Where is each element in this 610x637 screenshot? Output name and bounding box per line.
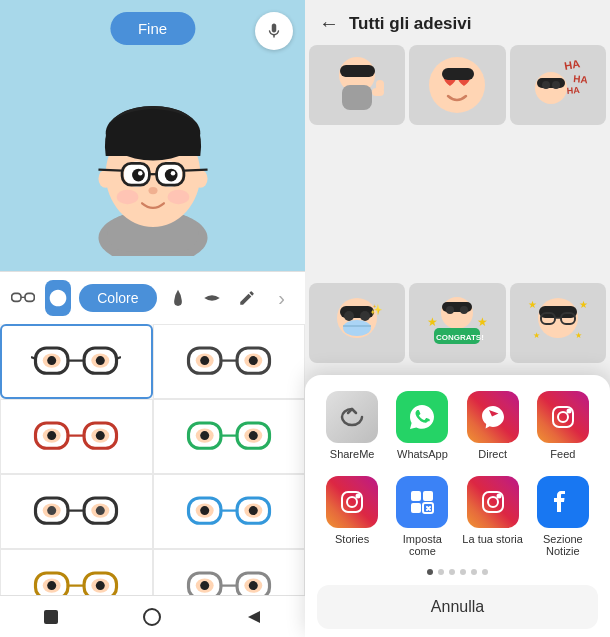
svg-point-21: [167, 189, 189, 204]
svg-text:★: ★: [579, 299, 588, 310]
svg-point-82: [249, 581, 258, 590]
svg-rect-94: [442, 68, 474, 80]
feed-icon: [537, 391, 589, 443]
share-app-stories[interactable]: Stories: [321, 476, 383, 557]
svg-line-18: [183, 169, 207, 170]
svg-rect-83: [44, 610, 58, 624]
svg-point-68: [249, 506, 258, 515]
svg-point-84: [144, 609, 160, 625]
left-nav-back[interactable]: [242, 605, 266, 629]
dot-1: [427, 569, 433, 575]
svg-point-40: [249, 356, 258, 365]
glasses-cell-7[interactable]: [0, 549, 153, 595]
direct-icon: [467, 391, 519, 443]
svg-point-97: [542, 81, 550, 89]
sticker-4[interactable]: ✨: [309, 283, 405, 363]
imposta-icon: [396, 476, 448, 528]
lips-icon[interactable]: [199, 280, 226, 316]
share-app-direct[interactable]: Direct: [462, 391, 524, 460]
svg-point-6: [98, 169, 113, 187]
share-app-sezione[interactable]: Sezione Notizie: [532, 476, 594, 557]
svg-rect-96: [537, 78, 565, 88]
right-panel: ← Tutti gli adesivi: [305, 0, 610, 637]
svg-text:★: ★: [528, 299, 537, 310]
svg-point-145: [357, 495, 360, 498]
svg-rect-87: [342, 85, 372, 110]
share-app-imposta[interactable]: Imposta come: [391, 476, 453, 557]
glasses-cell-5[interactable]: [0, 474, 153, 549]
left-panel: Fine: [0, 0, 305, 637]
avatar-figure: [63, 56, 243, 256]
left-nav-square[interactable]: [39, 605, 63, 629]
share-app-feed[interactable]: Feed: [532, 391, 594, 460]
svg-point-81: [200, 581, 209, 590]
nose-icon[interactable]: [165, 280, 192, 316]
svg-point-74: [47, 581, 56, 590]
svg-point-7: [193, 169, 208, 187]
whatsapp-icon: [396, 391, 448, 443]
glasses-cell-6[interactable]: [153, 474, 306, 549]
cancel-button[interactable]: Annulla: [317, 585, 598, 629]
svg-point-111: [446, 306, 454, 314]
svg-rect-118: [539, 306, 577, 318]
svg-point-98: [552, 81, 560, 89]
mic-button[interactable]: [255, 12, 293, 50]
svg-point-152: [497, 495, 500, 498]
svg-point-32: [47, 356, 56, 365]
sticker-2[interactable]: [409, 45, 505, 125]
svg-point-67: [200, 506, 209, 515]
sticker-3[interactable]: HA HA HA: [510, 45, 606, 125]
svg-rect-22: [12, 293, 21, 301]
fine-button[interactable]: Fine: [110, 12, 195, 45]
glasses-cell-1[interactable]: [0, 324, 153, 399]
svg-point-53: [200, 431, 209, 440]
glasses-cell-3[interactable]: [0, 399, 153, 474]
svg-point-93: [429, 57, 485, 113]
svg-point-151: [488, 497, 498, 507]
svg-point-105: [360, 311, 370, 321]
share-apps-row-2: Stories Imposta come: [317, 476, 598, 557]
svg-point-144: [347, 497, 357, 507]
whatsapp-label: WhatsApp: [397, 448, 448, 460]
feed-label: Feed: [550, 448, 575, 460]
stickers-title: Tutti gli adesivi: [349, 14, 471, 34]
sticker-6[interactable]: ★ ★ ★ ★: [510, 283, 606, 363]
svg-rect-148: [411, 503, 421, 513]
svg-text:CONGRATS!: CONGRATS!: [436, 333, 484, 342]
svg-text:HA: HA: [573, 73, 588, 85]
sticker-1[interactable]: [309, 45, 405, 125]
svg-point-54: [249, 431, 258, 440]
glasses-cell-4[interactable]: [153, 399, 306, 474]
left-nav-circle[interactable]: [140, 605, 164, 629]
svg-rect-23: [25, 293, 34, 301]
share-app-latua[interactable]: La tua storia: [462, 476, 524, 557]
glasses-cell-2[interactable]: [153, 324, 306, 399]
dot-4: [460, 569, 466, 575]
pencil-icon[interactable]: [234, 280, 261, 316]
svg-point-75: [96, 581, 105, 590]
share-app-shareme[interactable]: ShareMe: [321, 391, 383, 460]
latua-icon: [467, 476, 519, 528]
dot-3: [449, 569, 455, 575]
svg-text:HA: HA: [563, 57, 581, 72]
left-bottom-nav: [0, 595, 305, 637]
sticker-5[interactable]: CONGRATS! ★ ★: [409, 283, 505, 363]
svg-point-46: [47, 431, 56, 440]
share-app-whatsapp[interactable]: WhatsApp: [391, 391, 453, 460]
toolbar: Colore ›: [0, 271, 305, 324]
share-page-dots: [317, 569, 598, 575]
more-icon[interactable]: ›: [268, 280, 295, 316]
svg-point-33: [96, 356, 105, 365]
direct-label: Direct: [478, 448, 507, 460]
svg-point-13: [170, 171, 175, 176]
svg-point-106: [343, 320, 371, 336]
svg-point-60: [47, 506, 56, 515]
glasses-icon[interactable]: [10, 280, 37, 316]
svg-text:HA: HA: [566, 85, 580, 96]
back-arrow[interactable]: ←: [319, 12, 339, 35]
colore-label[interactable]: Colore: [79, 284, 156, 312]
color-icon[interactable]: [45, 280, 72, 316]
glasses-cell-8[interactable]: [153, 549, 306, 595]
sezione-label: Sezione Notizie: [532, 533, 594, 557]
dot-6: [482, 569, 488, 575]
